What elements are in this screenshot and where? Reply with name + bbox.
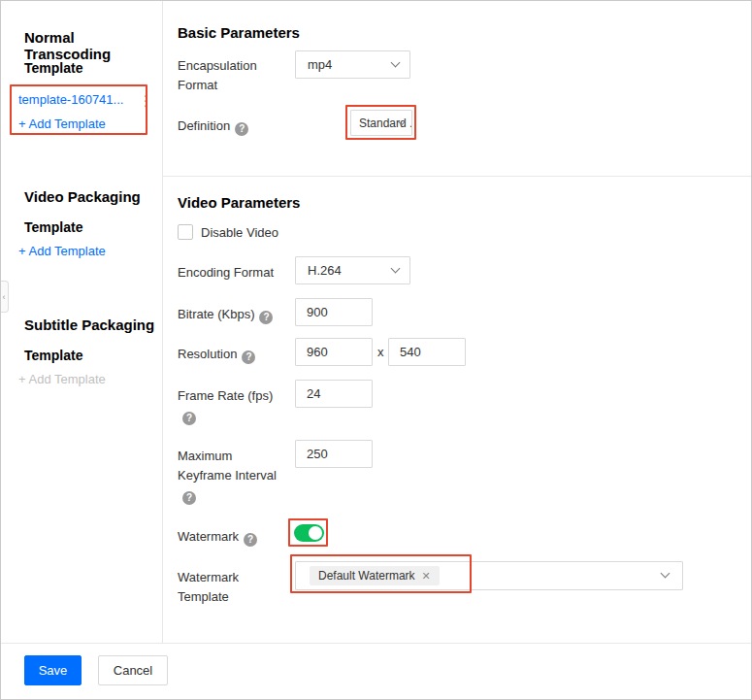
resolution-label: Resolution? bbox=[178, 345, 287, 364]
video-parameters-title: Video Parameters bbox=[178, 194, 300, 211]
definition-select[interactable]: Standard ... bbox=[350, 110, 412, 136]
add-template-link-subtitle-packaging[interactable]: + Add Template bbox=[18, 372, 106, 386]
watermark-label: Watermark? bbox=[178, 527, 287, 547]
definition-label: Definition? bbox=[178, 117, 287, 136]
chevron-down-icon bbox=[661, 569, 670, 579]
encapsulation-format-select[interactable]: mp4 bbox=[295, 50, 410, 79]
disable-video-checkbox[interactable] bbox=[178, 224, 193, 240]
section-divider bbox=[163, 176, 752, 177]
sidebar-section-video-packaging-subtitle: Template bbox=[24, 219, 82, 235]
remove-tag-icon[interactable]: ✕ bbox=[422, 570, 431, 583]
watermark-template-select[interactable]: Default Watermark ✕ bbox=[295, 561, 683, 590]
toggle-knob bbox=[309, 526, 322, 540]
add-template-link-normal[interactable]: + Add Template bbox=[18, 117, 106, 131]
template-sidebar: Normal Transcoding Template template-160… bbox=[1, 1, 163, 643]
disable-video-label: Disable Video bbox=[201, 225, 278, 240]
watermark-tag: Default Watermark ✕ bbox=[310, 566, 440, 585]
bitrate-label: Bitrate (Kbps)? bbox=[178, 305, 287, 324]
keyframe-interval-input[interactable] bbox=[295, 440, 373, 468]
frame-rate-label: Frame Rate (fps)? bbox=[178, 386, 287, 425]
watermark-tag-label: Default Watermark bbox=[318, 569, 415, 583]
footer-divider bbox=[1, 643, 752, 644]
chevron-down-icon bbox=[391, 263, 401, 273]
help-icon[interactable]: ? bbox=[242, 350, 255, 364]
sidebar-section-normal-transcoding-title: Normal Transcoding bbox=[24, 29, 162, 62]
encoding-format-label: Encoding Format bbox=[178, 263, 287, 283]
resolution-height-input[interactable] bbox=[388, 338, 466, 366]
transcoding-template-page: Normal Transcoding Template template-160… bbox=[0, 0, 752, 700]
sidebar-section-video-packaging-title: Video Packaging bbox=[24, 188, 141, 205]
watermark-template-label: Watermark Template bbox=[178, 568, 287, 607]
sidebar-template-link[interactable]: template-160741... bbox=[18, 92, 123, 107]
encoding-format-value: H.264 bbox=[308, 263, 342, 278]
sidebar-collapse-icon[interactable]: ‹ bbox=[0, 281, 9, 313]
encoding-format-select[interactable]: H.264 bbox=[295, 256, 410, 284]
help-icon[interactable]: ? bbox=[182, 412, 196, 425]
more-options-icon[interactable]: ⋮ bbox=[139, 94, 153, 108]
encapsulation-format-label: Encapsulation Format bbox=[178, 56, 287, 95]
help-icon[interactable]: ? bbox=[244, 533, 257, 547]
cancel-button[interactable]: Cancel bbox=[98, 655, 168, 685]
resolution-separator: x bbox=[377, 345, 384, 359]
frame-rate-input[interactable] bbox=[295, 380, 373, 408]
bitrate-input[interactable] bbox=[295, 298, 373, 326]
add-template-link-video-packaging[interactable]: + Add Template bbox=[18, 244, 106, 258]
basic-parameters-title: Basic Parameters bbox=[178, 24, 300, 41]
help-icon[interactable]: ? bbox=[259, 311, 273, 324]
save-button[interactable]: Save bbox=[24, 655, 82, 685]
sidebar-section-normal-transcoding-subtitle: Template bbox=[24, 60, 82, 76]
chevron-down-icon bbox=[391, 57, 401, 67]
keyframe-interval-label: Maximum Keyframe Interval? bbox=[178, 447, 287, 505]
sidebar-section-subtitle-packaging-subtitle: Template bbox=[24, 348, 82, 363]
encapsulation-format-value: mp4 bbox=[308, 57, 332, 72]
watermark-toggle[interactable] bbox=[294, 524, 324, 542]
help-icon[interactable]: ? bbox=[235, 122, 248, 136]
resolution-width-input[interactable] bbox=[295, 338, 373, 366]
help-icon[interactable]: ? bbox=[182, 491, 196, 505]
sidebar-section-subtitle-packaging-title: Subtitle Packaging bbox=[24, 317, 154, 333]
